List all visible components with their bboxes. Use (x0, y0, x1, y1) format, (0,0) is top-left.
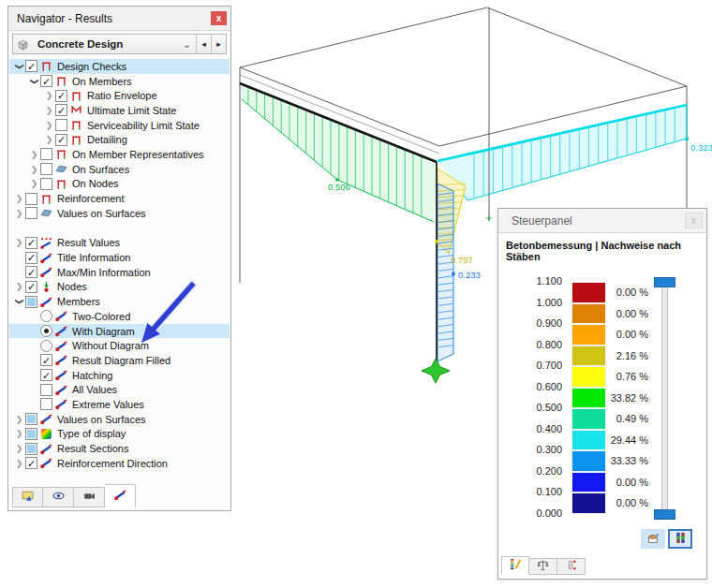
tree-item-on-member-representatives[interactable]: ❯On Member Representatives (9, 147, 230, 162)
navigator-category-select[interactable]: Concrete Design ⌄ ◂ ▸ (12, 34, 227, 54)
expander-closed-icon[interactable]: ❯ (13, 459, 25, 468)
prev-category-arrow[interactable]: ◂ (196, 35, 211, 53)
radio-two-colored[interactable] (40, 310, 52, 322)
colorscale-tab-icon (510, 557, 522, 574)
tree-item-result-values[interactable]: ❯✓Result Values (9, 236, 230, 251)
scale-slider-handle-bottom[interactable] (654, 509, 675, 520)
checkbox-ratio-envelope[interactable]: ✓ (55, 90, 67, 102)
tree-item-title-information[interactable]: ✓Title Information (9, 250, 230, 265)
checkbox-all-values[interactable] (40, 384, 52, 396)
display-properties-tab[interactable] (12, 487, 43, 507)
checkbox-title-information[interactable]: ✓ (25, 252, 37, 264)
tree-item-max-min-information[interactable]: ✓Max/Min Information (9, 265, 230, 280)
tree-item-ratio-envelope[interactable]: ❯✓Ratio Envelope (9, 88, 230, 103)
expander-closed-icon[interactable]: ❯ (13, 238, 25, 247)
tree-item-members[interactable]: ❯Members (9, 294, 230, 309)
tree-item-nodes[interactable]: ❯✓Nodes (9, 280, 230, 295)
checkbox-ultimate-limit-state[interactable]: ✓ (55, 104, 67, 116)
navigator-titlebar[interactable]: Navigator - Results x (8, 7, 230, 31)
checkbox-serviceability-limit-state[interactable] (55, 119, 67, 131)
tree-item-result-sections[interactable]: ❯Result Sections (9, 441, 230, 456)
navigator-close-button[interactable]: x (211, 11, 227, 25)
checkbox-values-on-surfaces[interactable] (25, 413, 37, 425)
visibility-tab[interactable] (74, 487, 105, 507)
expander-closed-icon[interactable]: ❯ (43, 135, 55, 144)
checkbox-on-surfaces[interactable] (40, 163, 52, 175)
scale-boundary-label: 0.900 (506, 317, 562, 329)
tree-item-hatching[interactable]: ✓Hatching (9, 368, 230, 383)
checkmark-icon: ✓ (27, 62, 36, 71)
tree-item-on-surfaces[interactable]: ❯On Surfaces (9, 162, 230, 177)
expander-closed-icon[interactable]: ❯ (28, 179, 40, 188)
tree-item-ultimate-limit-state[interactable]: ❯✓Ultimate Limit State (9, 103, 230, 118)
checkbox-on-members[interactable]: ✓ (40, 75, 52, 87)
expander-open-icon[interactable]: ❯ (15, 60, 24, 72)
checkbox-max-min-information[interactable]: ✓ (25, 266, 37, 278)
checkbox-result-sections[interactable] (25, 443, 37, 455)
results-tab[interactable] (105, 484, 136, 507)
expander-closed-icon[interactable]: ❯ (13, 194, 25, 203)
expander-closed-icon[interactable]: ❯ (28, 150, 40, 159)
color-scale-button[interactable] (668, 529, 692, 549)
checkbox-type-of-display[interactable] (25, 428, 37, 440)
expander-closed-icon[interactable]: ❯ (13, 282, 25, 291)
scale-slider-track[interactable] (661, 282, 668, 516)
tree-item-on-members[interactable]: ❯✓On Members (9, 74, 230, 89)
panel-options-button[interactable] (641, 529, 665, 549)
checkbox-detailing[interactable]: ✓ (55, 134, 67, 146)
expander-closed-icon[interactable]: ❯ (13, 415, 25, 424)
checkbox-hatching[interactable]: ✓ (40, 369, 52, 381)
radio-without-diagram[interactable] (40, 340, 52, 352)
tree-item-serviceability-limit-state[interactable]: ❯Serviceability Limit State (9, 118, 230, 133)
checkmark-icon: ✓ (42, 77, 51, 86)
tree-item-reinforcement-direction[interactable]: ❯✓Reinforcement Direction (9, 456, 230, 471)
checkbox-on-member-representatives[interactable] (40, 148, 52, 160)
checkbox-design-checks[interactable]: ✓ (25, 60, 37, 72)
expander-closed-icon[interactable]: ❯ (28, 165, 40, 174)
checkmark-icon: ✓ (27, 253, 36, 262)
expander-closed-icon[interactable]: ❯ (13, 444, 25, 453)
tree-item-extreme-values[interactable]: Extreme Values (9, 397, 230, 412)
expander-closed-icon[interactable]: ❯ (43, 121, 55, 130)
checkbox-reinforcement[interactable] (25, 193, 37, 205)
checkbox-result-diagram-filled[interactable]: ✓ (40, 354, 52, 366)
checkbox-members[interactable] (25, 296, 37, 308)
tree-item-all-values[interactable]: All Values (9, 382, 230, 397)
expander-open-icon[interactable]: ❯ (30, 75, 39, 87)
tree-item-label: Ultimate Limit State (87, 105, 176, 116)
checkbox-on-nodes[interactable] (40, 178, 52, 190)
checkbox-reinforcement-direction[interactable]: ✓ (25, 457, 37, 469)
views-tab[interactable] (43, 487, 74, 507)
tree-item-label: Type of display (57, 428, 126, 439)
camera-icon (83, 489, 96, 506)
scale-slider-handle-top[interactable] (654, 277, 675, 287)
expander-closed-icon[interactable]: ❯ (13, 429, 25, 438)
expander-open-icon[interactable]: ❯ (15, 296, 24, 308)
factors-tab[interactable] (529, 558, 557, 575)
expander-closed-icon[interactable]: ❯ (13, 209, 25, 218)
checkbox-extreme-values[interactable] (40, 398, 52, 410)
tree-item-on-nodes[interactable]: ❯On Nodes (9, 177, 230, 192)
checkbox-result-values[interactable]: ✓ (25, 237, 37, 249)
color-scale-tab[interactable] (501, 556, 529, 575)
result-value-label: 0.506 (328, 182, 350, 192)
checkbox-nodes[interactable]: ✓ (25, 281, 37, 293)
filter-tab[interactable] (557, 558, 586, 575)
next-category-arrow[interactable]: ▸ (211, 35, 226, 53)
tree-item-two-colored[interactable]: Two-Colored (9, 309, 230, 324)
tree-item-design-checks[interactable]: ❯✓Design Checks (9, 59, 230, 74)
tree-item-values-on-surfaces[interactable]: ❯Values on Surfaces (9, 412, 230, 427)
radio-with-diagram[interactable] (40, 325, 52, 337)
expander-closed-icon[interactable]: ❯ (43, 106, 55, 115)
tree-item-with-diagram[interactable]: With Diagram (9, 324, 230, 339)
tree-item-without-diagram[interactable]: Without Diagram (9, 338, 230, 353)
tree-item-label: On Member Representatives (72, 149, 204, 160)
tree-item-reinforcement[interactable]: ❯Reinforcement (9, 191, 230, 206)
tree-item-result-diagram-filled[interactable]: ✓Result Diagram Filled (9, 353, 230, 368)
chevron-down-icon[interactable]: ⌄ (178, 38, 196, 51)
tree-item-values-on-surfaces[interactable]: ❯Values on Surfaces (9, 206, 230, 221)
checkbox-values-on-surfaces[interactable] (25, 207, 37, 219)
expander-closed-icon[interactable]: ❯ (43, 91, 55, 100)
tree-item-detailing[interactable]: ❯✓Detailing (9, 132, 230, 147)
tree-item-type-of-display[interactable]: ❯Type of display (9, 427, 230, 442)
